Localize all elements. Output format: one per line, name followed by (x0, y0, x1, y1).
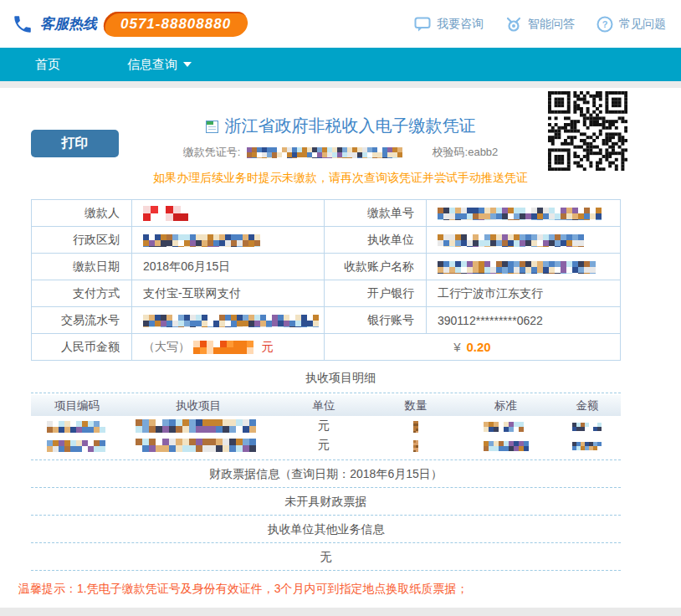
col-unit: 单位 (274, 398, 374, 413)
item-amt-cell (554, 419, 621, 433)
item-std-redacted (484, 441, 529, 451)
table-row: 元 (31, 416, 621, 435)
col-quantity: 数量 (374, 398, 458, 413)
hotline-number: 0571-88808880 (120, 16, 231, 33)
check-code-label: 校验码: (433, 146, 469, 158)
item-std-cell (458, 439, 554, 452)
amount-label: 人民币金额 (32, 334, 132, 361)
main-nav: 首页 信息查询 (0, 48, 681, 81)
amount-capital-prefix: （大写） (143, 340, 190, 353)
col-item-code: 项目编码 (31, 398, 123, 413)
currency-symbol: ¥ (453, 340, 460, 354)
amount-capital-cell: （大写） 元 (132, 334, 325, 361)
payer-redacted (143, 206, 192, 221)
amount-capital-redacted (193, 341, 253, 354)
col-item-name: 执收项目 (123, 398, 274, 413)
push-warning-text: 如果办理后续业务时提示未缴款，请再次查询该凭证并尝试手动推送凭证 (0, 171, 681, 186)
table-row: 元 (31, 435, 621, 454)
link-faq[interactable]: ? 常见问题 (597, 16, 666, 33)
items-section-title: 执收项目明细 (0, 361, 681, 393)
item-name-redacted (136, 419, 261, 433)
item-code-cell (31, 438, 123, 451)
pay-method-label: 支付方式 (32, 280, 132, 307)
question-icon: ? (597, 16, 613, 33)
bank-account-label: 银行账号 (325, 307, 427, 334)
amount-numeric-cell: ¥ 0.20 (325, 334, 621, 361)
pay-order-redacted (438, 208, 602, 220)
serial-label: 交易流水号 (32, 307, 132, 334)
pay-date-value: 2018年06月15日 (132, 254, 325, 280)
items-table: 项目编码 执收项目 单位 数量 标准 金额 元 元 (31, 393, 621, 460)
table-row: 缴款人 缴款单号 (32, 200, 621, 227)
item-std-redacted (484, 422, 529, 432)
link-smart-qa-label: 智能问答 (528, 17, 575, 32)
item-std-cell (458, 419, 554, 433)
page-title: 浙江省政府非税收入电子缴款凭证 (225, 116, 476, 135)
item-code-cell (31, 418, 123, 432)
certificate-header: 打印 浙江省政府非税收入电子缴款凭证 缴款凭证号: 校验码:eabb2 如果办理… (0, 88, 681, 199)
top-links: 我要咨询 智能问答 ? 常见问题 (414, 16, 666, 33)
bank-value: 工行宁波市江东支行 (427, 280, 621, 307)
top-header: 客服热线 0571-88808880 我要咨询 智能问答 ? (0, 0, 681, 48)
item-amt-redacted (572, 423, 602, 431)
item-qty-redacted (413, 440, 418, 452)
chat-icon (414, 16, 431, 33)
table-row: 支付方式 支付宝-互联网支付 开户银行 工行宁波市江东支行 (32, 280, 621, 307)
print-button[interactable]: 打印 (31, 130, 119, 157)
bank-account-value: 390112*********0622 (427, 307, 621, 334)
voucher-number-label: 缴款凭证号: (183, 146, 241, 158)
table-row: 交易流水号 银行账号 390112*********0622 (32, 307, 621, 334)
item-unit-cell: 元 (274, 418, 374, 434)
bank-label: 开户银行 (325, 280, 427, 307)
nav-info-query[interactable]: 信息查询 (110, 57, 208, 73)
account-name-label: 收款账户名称 (325, 254, 427, 280)
items-table-header: 项目编码 执收项目 单位 数量 标准 金额 (31, 395, 621, 416)
page-gap (0, 81, 681, 88)
pay-date-label: 缴款日期 (32, 254, 132, 280)
serial-value (132, 307, 325, 334)
agency-redacted (438, 234, 585, 247)
col-amount: 金额 (554, 398, 621, 413)
item-unit-cell: 元 (274, 438, 374, 453)
item-qty-redacted (413, 421, 418, 433)
qr-code (548, 91, 627, 171)
account-name-value (427, 254, 621, 280)
item-code-redacted (47, 421, 107, 433)
phone-icon (12, 13, 33, 35)
check-code-value: eabb2 (468, 146, 498, 158)
agency-label: 执收单位 (325, 227, 427, 254)
link-consult[interactable]: 我要咨询 (414, 16, 484, 33)
region-label: 行政区划 (32, 227, 132, 254)
svg-text:?: ? (602, 19, 608, 29)
payment-info-table: 缴款人 缴款单号 行政区划 执收单位 缴款日期 2018年06月15日 收款账户… (31, 199, 621, 361)
item-name-cell (123, 418, 274, 433)
region-redacted (143, 234, 260, 247)
col-standard: 标准 (458, 398, 554, 413)
robot-icon (505, 16, 522, 33)
link-faq-label: 常见问题 (619, 17, 666, 32)
nav-home-label: 首页 (35, 57, 60, 73)
fiscal-invoice-status: 未开具财政票据 (31, 488, 621, 516)
item-qty-cell (374, 418, 458, 432)
nav-home[interactable]: 首页 (18, 57, 77, 73)
item-code-redacted (47, 440, 107, 452)
footer-strip (0, 608, 681, 616)
link-consult-label: 我要咨询 (437, 17, 484, 32)
pay-order-label: 缴款单号 (325, 200, 427, 227)
item-amt-cell (554, 439, 621, 452)
document-icon (206, 121, 218, 133)
other-business-value: 无 (31, 543, 621, 571)
payer-value (132, 200, 325, 227)
hotline-label: 客服热线 (40, 14, 97, 33)
payer-label: 缴款人 (32, 200, 132, 227)
amount-capital-suffix: 元 (262, 340, 274, 353)
nav-info-query-label: 信息查询 (127, 57, 177, 73)
pay-order-value (427, 200, 621, 227)
agency-value (427, 227, 621, 254)
hotline: 客服热线 0571-88808880 (12, 12, 248, 37)
hotline-number-badge: 0571-88808880 (102, 12, 249, 37)
table-row: 人民币金额 （大写） 元 ¥ 0.20 (32, 334, 621, 361)
link-smart-qa[interactable]: 智能问答 (505, 16, 575, 33)
certificate-panel: 打印 浙江省政府非税收入电子缴款凭证 缴款凭证号: 校验码:eabb2 如果办理… (0, 88, 681, 608)
region-value (132, 227, 325, 254)
